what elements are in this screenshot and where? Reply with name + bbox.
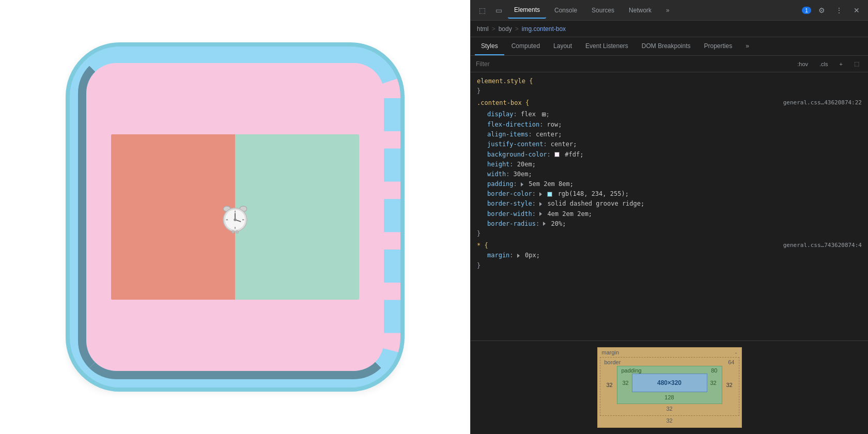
- image-left-half: [111, 134, 235, 300]
- hov-button[interactable]: :hov: [794, 59, 812, 69]
- devtools-toolbar: ⬚ ▭ Elements Console Sources Network » 1…: [471, 0, 868, 21]
- inspect-icon[interactable]: ⬚: [475, 3, 489, 18]
- svg-rect-12: [236, 230, 238, 233]
- resize-button[interactable]: ⬚: [850, 59, 863, 69]
- prop-align-items: align-items: center;: [477, 130, 862, 140]
- prop-background-color: background-color: #fdf;: [477, 150, 862, 160]
- filter-bar: :hov .cls + ⬚: [471, 56, 868, 72]
- padding-bottom: 128: [619, 392, 720, 401]
- rule2-source[interactable]: general.css…43620874:22: [783, 98, 862, 107]
- filter-actions: :hov .cls + ⬚: [794, 59, 863, 69]
- device-icon[interactable]: ▭: [491, 3, 506, 18]
- tab-network[interactable]: Network: [623, 2, 658, 19]
- svg-rect-11: [232, 230, 234, 233]
- more-options-icon[interactable]: ⋮: [832, 3, 846, 18]
- margin-bottom-val: 32: [666, 417, 672, 424]
- styles-code[interactable]: element.style { } .content-box { general…: [471, 72, 868, 340]
- padding-val: 80: [711, 367, 717, 374]
- image-right-half: [235, 134, 359, 300]
- border-radius-expand-icon[interactable]: [543, 222, 546, 226]
- prop-justify-content: justify-content: center;: [477, 140, 862, 149]
- inner-image: [111, 134, 359, 300]
- border-bottom: 32: [602, 404, 737, 413]
- subtab-dom-breakpoints[interactable]: DOM Breakpoints: [636, 38, 697, 55]
- subtab-more[interactable]: »: [739, 38, 755, 55]
- content-size: 480×320: [657, 379, 681, 386]
- margin-right-val: 32: [722, 366, 737, 404]
- rule1-close: }: [477, 87, 481, 95]
- box-model-section: margin - border 64 32 padding 80: [471, 340, 868, 434]
- border-label: border: [605, 359, 621, 365]
- rule2-close: }: [477, 230, 481, 237]
- prop-border-style: border-style: solid dashed groove ridge;: [477, 199, 862, 209]
- padding-label: padding: [622, 367, 642, 374]
- prop-flex-direction: flex-direction: row;: [477, 120, 862, 130]
- rule3-selector: * {: [477, 242, 488, 249]
- svg-point-10: [234, 219, 236, 221]
- border-middle: 32 padding 80 32 480×320: [602, 366, 737, 404]
- margin-expand-icon[interactable]: [517, 254, 520, 258]
- prop-border-width: border-width: 4em 2em 2em;: [477, 209, 862, 219]
- content-box-diagram: 480×320: [632, 374, 707, 392]
- toolbar-right: 1 ⚙ ⋮ ✕: [802, 3, 864, 18]
- margin-area: margin - border 64 32 padding 80: [598, 348, 741, 427]
- subtab-properties[interactable]: Properties: [698, 38, 739, 55]
- border-val: 64: [728, 359, 734, 365]
- filter-input[interactable]: [476, 60, 789, 68]
- cls-button[interactable]: .cls: [816, 59, 832, 69]
- tab-console[interactable]: Console: [548, 2, 583, 19]
- prop-width: width: 30em;: [477, 169, 862, 179]
- prop-padding: padding: 5em 2em 8em;: [477, 179, 862, 189]
- prop-height: height: 20em;: [477, 160, 862, 169]
- prop-display: display: flex ⊞;: [477, 109, 862, 120]
- padding-left-val: 32: [619, 374, 632, 392]
- preview-panel: [0, 0, 470, 434]
- tab-more[interactable]: »: [660, 2, 676, 19]
- subtab-computed[interactable]: Computed: [505, 38, 546, 55]
- breadcrumb-active[interactable]: img.content-box: [522, 25, 566, 33]
- add-style-button[interactable]: +: [836, 59, 846, 69]
- devtools-panel: ⬚ ▭ Elements Console Sources Network » 1…: [470, 0, 868, 434]
- rule-content-box: .content-box { general.css…43620874:22 d…: [477, 98, 862, 239]
- margin-dash: -: [735, 349, 737, 355]
- border-width-expand-icon[interactable]: [539, 212, 542, 216]
- subtab-layout[interactable]: Layout: [547, 38, 578, 55]
- tab-sources[interactable]: Sources: [585, 2, 621, 19]
- border-bottom-val: 32: [666, 406, 672, 412]
- tab-elements[interactable]: Elements: [508, 2, 546, 19]
- border-color-swatch[interactable]: [547, 192, 552, 197]
- padding-middle: 32 480×320 32: [619, 374, 720, 392]
- rule-element-style: element.style { }: [477, 76, 862, 96]
- rule3-close: }: [477, 262, 481, 269]
- breadcrumb-body[interactable]: body: [499, 25, 512, 33]
- subtab-event-listeners[interactable]: Event Listeners: [579, 38, 634, 55]
- breadcrumb-html[interactable]: html: [477, 25, 489, 33]
- border-area: border 64 32 padding 80 32: [600, 357, 739, 416]
- rule3-source[interactable]: general.css…743620874:4: [783, 241, 862, 250]
- prop-margin: margin: 0px;: [477, 251, 862, 260]
- padding-expand-icon[interactable]: [521, 182, 523, 187]
- rule1-selector: element.style {: [477, 78, 533, 85]
- breadcrumb: html > body > img.content-box: [471, 21, 868, 37]
- notification-badge: 1: [802, 7, 811, 14]
- rule-universal: * { general.css…743620874:4 margin: 0px;…: [477, 241, 862, 271]
- styles-subtabs: Styles Computed Layout Event Listeners D…: [471, 37, 868, 56]
- border-color-expand-icon[interactable]: [539, 192, 542, 196]
- content-box-element: [70, 47, 400, 388]
- padding-right-val: 32: [707, 374, 720, 392]
- margin-bottom: 32: [600, 416, 739, 425]
- close-icon[interactable]: ✕: [849, 3, 864, 18]
- settings-icon[interactable]: ⚙: [814, 3, 829, 18]
- margin-label: margin: [602, 349, 619, 355]
- margin-left-val: 32: [602, 366, 617, 404]
- bg-color-swatch[interactable]: [554, 152, 560, 157]
- subtab-styles[interactable]: Styles: [475, 38, 504, 55]
- clock-icon: [217, 199, 253, 235]
- rule2-selector: .content-box {: [477, 99, 529, 106]
- padding-bottom-val: 128: [664, 394, 674, 400]
- box-model-diagram: margin - border 64 32 padding 80: [597, 347, 742, 428]
- padding-area: padding 80 32 480×320 32: [617, 366, 722, 404]
- border-style-expand-icon[interactable]: [539, 202, 542, 206]
- prop-border-radius: border-radius: 20%;: [477, 219, 862, 229]
- prop-border-color: border-color: rgb(148, 234, 255);: [477, 189, 862, 199]
